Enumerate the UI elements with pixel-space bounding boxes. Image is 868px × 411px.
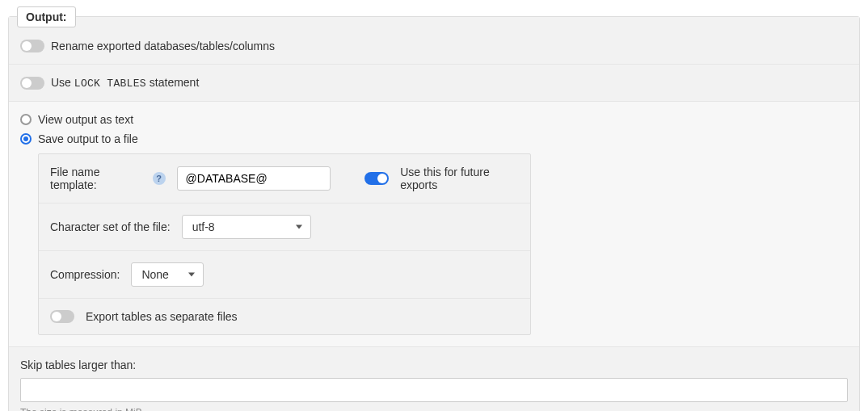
separate-files-label: Export tables as separate files (86, 310, 238, 323)
compression-select[interactable]: None (131, 262, 204, 287)
rename-section: Rename exported databases/tables/columns (9, 17, 859, 65)
compression-row: Compression: None (39, 251, 530, 299)
charset-label: Character set of the file: (50, 220, 171, 233)
file-settings-panel: File name template: ? Use this for futur… (38, 153, 531, 335)
radio-save-to-file[interactable] (20, 133, 32, 145)
skip-section: Skip tables larger than: The size is mea… (9, 347, 859, 411)
radio-view-as-text-label: View output as text (38, 113, 133, 126)
skip-input[interactable] (20, 378, 848, 402)
skip-label: Skip tables larger than: (20, 359, 848, 371)
rename-label: Rename exported databases/tables/columns (51, 40, 275, 52)
lock-tables-toggle[interactable] (20, 77, 44, 90)
radio-view-as-text[interactable] (20, 114, 32, 125)
separate-files-toggle[interactable] (50, 310, 74, 323)
output-fieldset: Output: Rename exported databases/tables… (8, 16, 860, 411)
future-exports-label: Use this for future exports (400, 166, 519, 191)
charset-select[interactable]: utf-8 (182, 215, 311, 239)
separate-files-row: Export tables as separate files (39, 299, 530, 334)
lock-tables-label: Use LOCK TABLES statement (51, 76, 199, 90)
radio-save-to-file-label: Save output to a file (38, 132, 138, 145)
skip-hint: The size is measured in MiB. (20, 407, 848, 411)
output-mode-section: View output as text Save output to a fil… (9, 102, 859, 347)
lock-tables-section: Use LOCK TABLES statement (9, 65, 859, 102)
filename-row: File name template: ? Use this for futur… (39, 154, 530, 203)
chevron-down-icon (188, 273, 195, 277)
output-legend: Output: (17, 6, 76, 27)
filename-label: File name template: (50, 166, 141, 191)
rename-toggle[interactable] (20, 40, 44, 52)
future-exports-toggle[interactable] (364, 172, 389, 185)
filename-input[interactable] (177, 166, 331, 191)
help-icon[interactable]: ? (153, 172, 166, 185)
charset-row: Character set of the file: utf-8 (39, 203, 530, 251)
chevron-down-icon (296, 225, 302, 229)
compression-label: Compression: (50, 268, 120, 281)
